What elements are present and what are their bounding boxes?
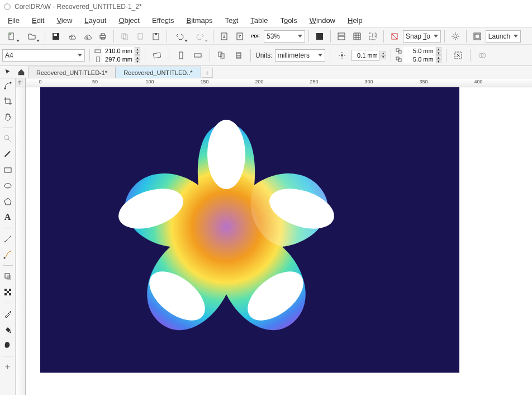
text-tool[interactable]: A: [2, 211, 14, 223]
fullscreen-button[interactable]: [312, 29, 327, 44]
duplicate-distance: ▲▼ ▲▼: [396, 47, 441, 63]
menu-help[interactable]: Help: [342, 14, 368, 27]
snap-off-icon[interactable]: [387, 29, 402, 44]
zoom-tool[interactable]: [2, 133, 14, 145]
menu-view[interactable]: View: [51, 14, 78, 27]
pick-tool-indicator[interactable]: [1, 67, 15, 78]
new-button[interactable]: [2, 29, 21, 44]
rectangle-tool[interactable]: [2, 164, 14, 176]
menu-object[interactable]: Object: [113, 14, 145, 27]
svg-rect-52: [7, 291, 9, 293]
property-bar: A4 ▲▼ ▲▼ Units: millimeters ▲▼ ▲▼ ▲▼: [0, 45, 532, 66]
overprint-button[interactable]: [475, 48, 490, 63]
svg-rect-23: [153, 53, 160, 58]
star-artwork: [109, 112, 344, 347]
current-page-button[interactable]: [231, 48, 246, 63]
svg-rect-27: [221, 54, 224, 58]
doc-tab-2[interactable]: Recovered_UNTITLED..*: [115, 67, 201, 78]
units-label: Units:: [255, 51, 273, 59]
doc-tab-1[interactable]: Recovered_UNTITLED-1*: [28, 67, 116, 78]
snapto-combo[interactable]: Snap To: [403, 30, 441, 43]
drop-shadow-tool[interactable]: [2, 270, 14, 283]
zoom-combo[interactable]: 53%: [264, 30, 305, 43]
ellipse-tool[interactable]: [2, 180, 14, 192]
add-tool-button[interactable]: +: [2, 361, 14, 373]
shape-tool[interactable]: [2, 79, 14, 92]
units-combo[interactable]: millimeters: [275, 49, 325, 62]
dup-y-input[interactable]: [403, 55, 435, 63]
vertical-ruler[interactable]: [16, 87, 26, 395]
rulers-button[interactable]: [334, 29, 349, 44]
menu-effects[interactable]: Effects: [146, 14, 180, 27]
window-title: CorelDRAW - Recovered_UNTITLED-1_2*: [15, 3, 142, 11]
page-preset-combo[interactable]: A4: [2, 49, 85, 62]
svg-rect-3: [54, 34, 57, 36]
home-tab[interactable]: [15, 67, 28, 78]
document-tabs: Recovered_UNTITLED-1* Recovered_UNTITLED…: [0, 66, 532, 78]
launch-icon[interactable]: [470, 29, 484, 44]
menu-layout[interactable]: Layout: [79, 14, 112, 27]
page-height-input[interactable]: [102, 55, 134, 63]
cloud-up-button[interactable]: [64, 29, 79, 44]
add-tab-button[interactable]: +: [202, 68, 213, 78]
toolbox: A +: [0, 78, 16, 395]
menu-file[interactable]: FFileile: [2, 14, 25, 27]
svg-rect-16: [338, 36, 345, 40]
treat-as-filled-button[interactable]: [451, 48, 466, 63]
nudge-input[interactable]: [352, 50, 379, 61]
menu-text[interactable]: Text: [219, 14, 244, 27]
save-button[interactable]: [49, 29, 63, 44]
menu-edit[interactable]: Edit: [26, 14, 50, 27]
crop-tool[interactable]: [2, 95, 14, 107]
paste-button[interactable]: [149, 29, 163, 44]
svg-point-46: [4, 241, 6, 242]
cut-button[interactable]: [133, 29, 148, 44]
svg-rect-53: [4, 293, 7, 295]
dimension-tool[interactable]: [2, 233, 14, 245]
options-button[interactable]: [448, 29, 463, 44]
grid-button[interactable]: [350, 29, 364, 44]
undo-button[interactable]: [170, 29, 189, 44]
auto-fit-button[interactable]: [150, 48, 164, 63]
cloud-down-button[interactable]: [80, 29, 94, 44]
svg-rect-15: [338, 33, 345, 35]
eyedropper-tool[interactable]: [2, 308, 14, 320]
svg-rect-9: [138, 34, 142, 39]
all-pages-button[interactable]: [215, 48, 229, 63]
svg-point-18: [454, 35, 457, 38]
print-button[interactable]: [96, 29, 110, 44]
svg-point-47: [3, 257, 5, 259]
ruler-origin[interactable]: [16, 78, 26, 87]
dup-x-input[interactable]: [403, 47, 435, 55]
transparency-tool[interactable]: [2, 286, 14, 298]
svg-rect-14: [316, 33, 323, 40]
pdf-button[interactable]: PDF: [248, 29, 263, 44]
fill-tool[interactable]: [2, 323, 14, 336]
svg-point-40: [4, 88, 6, 90]
menu-bitmaps[interactable]: Bitmaps: [180, 14, 218, 27]
canvas-area: 050100150200250300350400: [16, 78, 532, 395]
launch-combo[interactable]: Launch: [486, 30, 521, 43]
menu-table[interactable]: Table: [245, 14, 273, 27]
import-button[interactable]: [217, 29, 231, 44]
canvas[interactable]: [26, 87, 532, 395]
connector-tool[interactable]: [2, 248, 14, 261]
menu-tools[interactable]: Tools: [274, 14, 302, 27]
freehand-tool[interactable]: [2, 148, 14, 161]
menu-window[interactable]: Window: [304, 14, 341, 27]
page-width-input[interactable]: [102, 47, 134, 55]
svg-rect-21: [95, 50, 101, 53]
horizontal-ruler[interactable]: 050100150200250300350400: [26, 78, 532, 87]
portrait-button[interactable]: [174, 48, 188, 63]
svg-rect-22: [97, 57, 99, 62]
smart-fill-tool[interactable]: [2, 339, 14, 351]
polygon-tool[interactable]: [2, 195, 14, 208]
redo-button[interactable]: [191, 29, 210, 44]
guidelines-button[interactable]: [365, 29, 380, 44]
page-dimensions: ▲▼ ▲▼: [94, 47, 140, 63]
landscape-button[interactable]: [191, 48, 205, 63]
open-button[interactable]: [22, 29, 41, 44]
export-button[interactable]: [232, 29, 247, 44]
pan-tool[interactable]: [2, 111, 14, 123]
copy-button[interactable]: [117, 29, 132, 44]
